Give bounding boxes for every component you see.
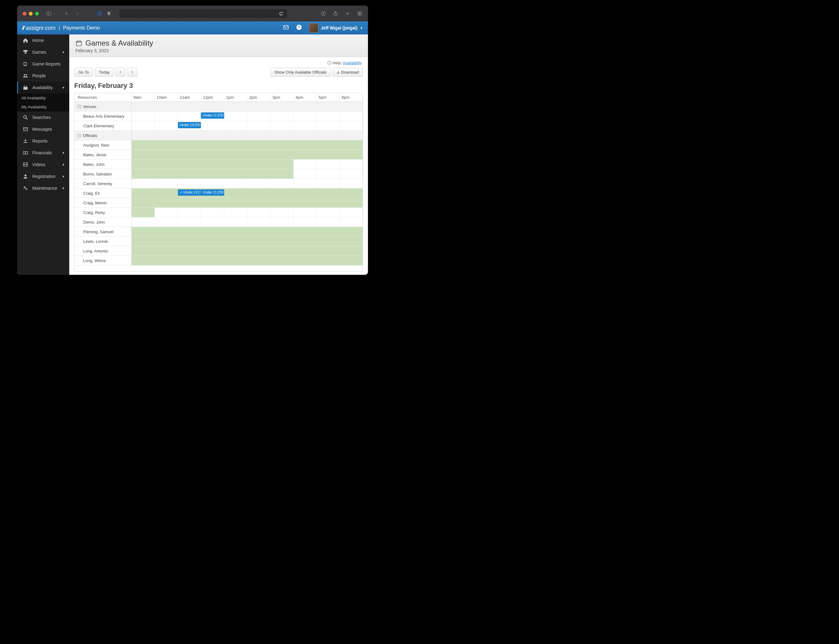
- sidenav-item-searches[interactable]: Searches: [17, 112, 69, 123]
- row-label[interactable]: Long, Wilma: [74, 256, 131, 265]
- tabs-overview-icon[interactable]: [357, 11, 362, 16]
- schedule-cell[interactable]: [131, 217, 155, 227]
- schedule-cell[interactable]: [247, 121, 270, 130]
- share-icon[interactable]: [333, 11, 338, 16]
- prev-button[interactable]: [115, 68, 125, 77]
- schedule-cell[interactable]: [178, 208, 201, 217]
- password-manager-icon[interactable]: [97, 11, 102, 16]
- sidenav-item-game-reports[interactable]: Game Reports: [17, 58, 69, 70]
- row-label[interactable]: Burns, Salvador: [74, 169, 131, 179]
- schedule-cell[interactable]: [340, 208, 363, 217]
- window-zoom-button[interactable]: [35, 12, 39, 16]
- availability-bar[interactable]: [131, 208, 154, 217]
- schedule-cell[interactable]: [294, 131, 317, 140]
- schedule-cell[interactable]: [270, 112, 293, 121]
- schedule-cell[interactable]: [131, 112, 154, 121]
- sidenav-item-games[interactable]: Games▼: [17, 46, 69, 58]
- schedule-cell[interactable]: [271, 102, 294, 111]
- availability-bar[interactable]: [131, 189, 363, 198]
- schedule-cell[interactable]: [131, 131, 155, 140]
- schedule-cell[interactable]: [317, 179, 340, 188]
- sidenav-item-videos[interactable]: Videos▼: [17, 159, 69, 171]
- row-label[interactable]: Beaux Arts Elementary: [74, 112, 131, 121]
- schedule-cell[interactable]: [294, 208, 317, 217]
- schedule-cell[interactable]: [155, 179, 178, 188]
- next-button[interactable]: [127, 68, 137, 77]
- today-button[interactable]: Today: [95, 68, 114, 77]
- window-minimize-button[interactable]: [29, 12, 33, 16]
- collapse-icon[interactable]: −: [78, 105, 81, 108]
- back-button[interactable]: [64, 11, 69, 16]
- schedule-cell[interactable]: [154, 112, 177, 121]
- sidenav-item-reports[interactable]: Reports: [17, 135, 69, 147]
- schedule-cell[interactable]: [224, 112, 247, 121]
- availability-bar[interactable]: [131, 256, 363, 265]
- schedule-cell[interactable]: [270, 121, 293, 130]
- brand-logo[interactable]: // assignr.com: [22, 25, 56, 31]
- row-label[interactable]: Carroll, Serenity: [74, 179, 131, 188]
- row-label[interactable]: Long, Antonio: [74, 246, 131, 256]
- schedule-cell[interactable]: [155, 131, 178, 140]
- schedule-cell[interactable]: [340, 131, 363, 140]
- url-bar[interactable]: [119, 9, 287, 18]
- schedule-cell[interactable]: [270, 208, 293, 217]
- availability-bar[interactable]: [131, 237, 363, 246]
- goto-button[interactable]: Go To: [74, 68, 93, 77]
- user-menu[interactable]: Jeff Wigal (jwigal) ▼: [309, 23, 363, 33]
- schedule-cell[interactable]: [224, 121, 247, 130]
- schedule-cell[interactable]: [294, 102, 317, 111]
- schedule-cell[interactable]: [271, 131, 294, 140]
- availability-bar[interactable]: [131, 169, 294, 179]
- row-label[interactable]: Bates, John: [74, 159, 131, 169]
- schedule-cell[interactable]: [201, 102, 225, 111]
- schedule-cell[interactable]: [131, 121, 154, 130]
- chevron-down-icon[interactable]: ⌄: [53, 12, 55, 15]
- row-label[interactable]: Lewis, Lonnie: [74, 237, 131, 246]
- schedule-cell[interactable]: [247, 112, 270, 121]
- schedule-cell[interactable]: [178, 102, 201, 111]
- schedule-cell[interactable]: [317, 121, 339, 130]
- row-label[interactable]: Bates, Jesse: [74, 150, 131, 159]
- schedule-cell[interactable]: [340, 121, 363, 130]
- row-label[interactable]: Craig, Eli: [74, 189, 131, 198]
- schedule-cell[interactable]: [340, 179, 363, 188]
- schedule-cell[interactable]: [155, 102, 178, 111]
- row-label[interactable]: Clark Elementary: [74, 121, 131, 130]
- schedule-cell[interactable]: [294, 112, 317, 121]
- schedule-cell[interactable]: [201, 179, 225, 188]
- schedule-cell[interactable]: [340, 102, 363, 111]
- schedule-cell[interactable]: [178, 112, 201, 121]
- row-label[interactable]: Craig, Ricky: [74, 208, 131, 217]
- schedule-cell[interactable]: [340, 169, 363, 179]
- schedule-cell[interactable]: [317, 159, 339, 169]
- forward-button[interactable]: [75, 11, 80, 16]
- row-label[interactable]: Fleming, Samuel: [74, 227, 131, 236]
- schedule-cell[interactable]: [317, 102, 340, 111]
- schedule-cell[interactable]: [224, 179, 248, 188]
- help-icon[interactable]: ?: [296, 24, 302, 32]
- schedule-cell[interactable]: [294, 179, 317, 188]
- event-chip[interactable]: ✓ Under 13 [TE: [178, 189, 201, 196]
- row-label[interactable]: Craig, Melvin: [74, 198, 131, 207]
- schedule-cell[interactable]: [247, 208, 270, 217]
- schedule-cell[interactable]: [178, 217, 201, 227]
- schedule-cell[interactable]: [178, 179, 201, 188]
- schedule-group-header[interactable]: −Venues: [74, 102, 363, 112]
- schedule-cell[interactable]: [154, 121, 177, 130]
- schedule-cell[interactable]: [271, 179, 294, 188]
- inbox-icon[interactable]: [283, 24, 289, 32]
- collapse-icon[interactable]: −: [78, 134, 81, 137]
- schedule-cell[interactable]: [201, 217, 225, 227]
- schedule-cell[interactable]: [224, 217, 248, 227]
- sidenav-item-home[interactable]: Home: [17, 34, 69, 46]
- availability-bar[interactable]: [131, 159, 294, 169]
- schedule-cell[interactable]: [340, 217, 363, 227]
- sidenav-item-messages[interactable]: Messages: [17, 123, 69, 135]
- row-label[interactable]: Demo, John: [74, 217, 131, 227]
- schedule-cell[interactable]: [224, 131, 248, 140]
- new-tab-icon[interactable]: [345, 11, 350, 16]
- schedule-cell[interactable]: [131, 102, 155, 111]
- schedule-cell[interactable]: [317, 217, 340, 227]
- sidenav-item-financials[interactable]: Financials▼: [17, 147, 69, 159]
- schedule-cell[interactable]: [294, 217, 317, 227]
